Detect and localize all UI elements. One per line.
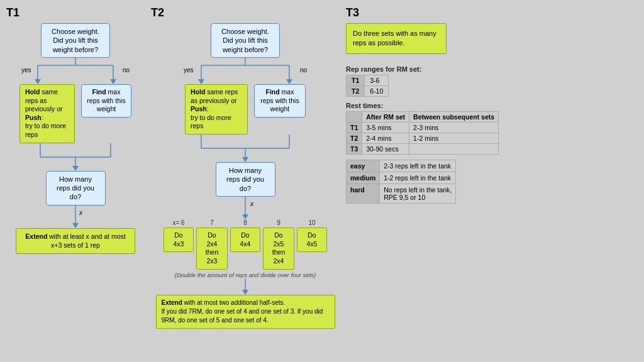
t2-rep-label-8: 8 [243, 219, 247, 226]
diff-easy-desc: 2-3 reps left in the tank [380, 160, 456, 172]
t2-right-box: Find max reps with this weight [254, 84, 306, 118]
t2-x-label: x [250, 200, 253, 207]
t2-no-label: no [300, 67, 307, 74]
rep-range-t1: T1 3-6 [347, 75, 389, 85]
rest-t3-after: 30-90 secs [362, 143, 409, 154]
difficulty-easy: easy 2-3 reps left in the tank [347, 160, 456, 172]
t2-rep-col-8: 8 Do4x4 [230, 219, 260, 252]
rest-header-empty [347, 111, 362, 122]
rep-range-t2: T2 6-10 [347, 85, 389, 96]
t3-title: T3 [346, 6, 638, 19]
svg-marker-27 [242, 290, 248, 295]
info-section: Rep ranges for RM set: T1 3-6 T2 6-10 Re… [346, 65, 638, 204]
rest-t2-between: 1-2 mins [409, 133, 499, 143]
t2-rep-label-6: x= 6 [172, 219, 184, 226]
t1-title: T1 [6, 6, 145, 19]
t1-yes-label: yes [21, 67, 31, 74]
difficulty-hard: hard No reps left in the tank,RPE 9,5 or… [347, 184, 456, 203]
svg-marker-3 [35, 79, 41, 84]
rep-range-t2-label: T2 [347, 85, 365, 96]
t2-rep-label-10: 10 [308, 219, 315, 226]
t2-rep-box-8: Do4x4 [230, 228, 260, 252]
t1-x-label: x [79, 209, 82, 216]
rest-t2-label: T2 [347, 133, 362, 143]
t2-extend-box: Extend with at most two additional half-… [156, 295, 335, 329]
rest-row-t2: T2 2-4 mins 1-2 mins [347, 133, 499, 143]
t2-rep-col-7: 7 Do2x4then2x3 [196, 219, 228, 270]
diff-medium-desc: 1-2 reps left in the tank [380, 172, 456, 184]
rest-t3-between [409, 143, 499, 154]
t2-rep-label-9: 9 [277, 219, 280, 226]
diff-medium-label: medium [347, 172, 380, 184]
rep-range-t1-label: T1 [347, 75, 365, 85]
t2-title: T2 [151, 6, 340, 19]
svg-marker-10 [72, 166, 79, 171]
diff-easy-label: easy [347, 160, 380, 172]
t1-left-box: Hold same reps as previously or Push:try… [19, 84, 75, 143]
diff-hard-label: hard [347, 184, 380, 203]
t1-start-box: Choose weight.Did you lift thisweight be… [41, 23, 110, 58]
rest-row-t3: T3 30-90 secs [347, 143, 499, 154]
rest-header-row: After RM set Between subsequent sets [347, 111, 499, 122]
t2-column: T2 Choose weight.Did you lift thisweight… [151, 6, 340, 356]
rest-header-between: Between subsequent sets [409, 111, 499, 122]
rest-times-title: Rest times: [346, 102, 638, 109]
svg-marker-16 [198, 79, 204, 84]
rep-ranges-table: T1 3-6 T2 6-10 [346, 75, 389, 97]
t2-left-box: Hold same reps as previously or Push:try… [185, 84, 248, 134]
rest-t1-after: 3-5 mins [362, 122, 409, 133]
t2-rep-col-9: 9 Do2x5then2x4 [263, 219, 294, 270]
t1-column: T1 Choose weight.Did you lift thisweight… [6, 6, 145, 356]
t2-start-box: Choose weight.Did you lift thisweight be… [211, 23, 280, 58]
t1-no-label: no [123, 67, 130, 74]
rest-times-table: After RM set Between subsequent sets T1 … [346, 111, 499, 155]
rest-t3-label: T3 [347, 143, 362, 154]
rep-range-t1-value: 3-6 [365, 75, 389, 85]
t2-double-note: (Double the amount of reps and divide ov… [156, 272, 335, 278]
svg-marker-18 [286, 79, 292, 84]
t3-column: T3 Do three sets with as many reps as po… [346, 6, 638, 356]
t1-how-many-box: How manyreps did youdo? [46, 171, 106, 206]
rest-t1-label: T1 [347, 122, 362, 133]
t2-yes-label: yes [184, 67, 194, 74]
t2-rep-box-10: Do4x5 [297, 228, 327, 252]
svg-marker-25 [242, 214, 248, 219]
svg-marker-5 [110, 79, 116, 84]
rep-ranges-title: Rep ranges for RM set: [346, 65, 638, 73]
t2-rep-col-6: x= 6 Do4x3 [164, 219, 194, 252]
t2-rep-label-7: 7 [210, 219, 214, 226]
t2-rep-box-9: Do2x5then2x4 [263, 228, 294, 270]
difficulty-medium: medium 1-2 reps left in the tank [347, 172, 456, 184]
difficulty-table: easy 2-3 reps left in the tank medium 1-… [346, 160, 456, 204]
diff-hard-desc: No reps left in the tank,RPE 9,5 or 10 [380, 184, 456, 203]
t2-how-many-box: How manyreps did youdo? [216, 162, 275, 197]
rep-range-t2-value: 6-10 [365, 85, 389, 96]
t1-right-box: Find max reps with this weight [81, 84, 131, 118]
t2-rep-box-7: Do2x4then2x3 [196, 228, 228, 270]
t2-rep-box-6: Do4x3 [164, 228, 194, 252]
rest-row-t1: T1 3-5 mins 2-3 mins [347, 122, 499, 133]
svg-marker-23 [242, 157, 248, 162]
t3-box: Do three sets with as many reps as possi… [346, 23, 447, 54]
main-container: T1 Choose weight.Did you lift thisweight… [0, 0, 644, 362]
svg-marker-12 [72, 223, 79, 228]
rest-t2-after: 2-4 mins [362, 133, 409, 143]
t2-rep-col-10: 10 Do4x5 [297, 219, 327, 252]
rest-t1-between: 2-3 mins [409, 122, 499, 133]
rest-header-after-rm: After RM set [362, 111, 409, 122]
t1-extend-box: Extend with at least x and at most x+3 s… [16, 228, 135, 254]
